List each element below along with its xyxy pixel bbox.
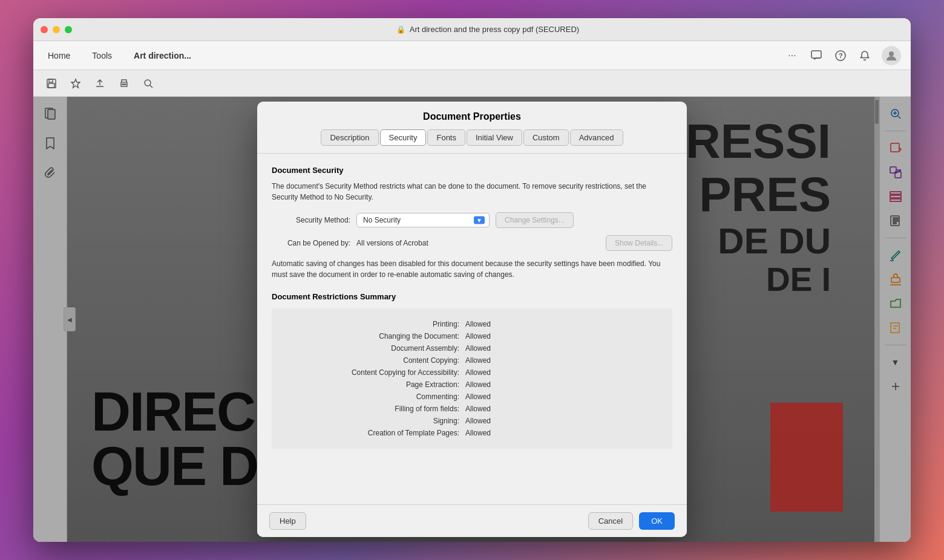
- ok-button[interactable]: OK: [639, 512, 675, 530]
- comment-icon[interactable]: [809, 48, 824, 63]
- security-method-label: Security Method:: [272, 216, 350, 224]
- modal-title: Document Properties: [257, 102, 687, 129]
- toolbar-icons-right: ··· ?: [785, 46, 901, 65]
- restriction-printing: Printing: Allowed: [284, 318, 660, 330]
- tab-fonts[interactable]: Fonts: [427, 129, 465, 146]
- svg-point-10: [145, 80, 151, 86]
- modal-tabs: Description Security Fonts Initial View …: [257, 129, 687, 154]
- save-icon[interactable]: [43, 75, 60, 92]
- restriction-template-pages: Creation of Template Pages: Allowed: [284, 427, 660, 439]
- restriction-accessibility: Content Copying for Accessibility: Allow…: [284, 366, 660, 379]
- restriction-form-fields: Filling of form fields: Allowed: [284, 403, 660, 415]
- security-section-desc: The document's Security Method restricts…: [272, 181, 672, 203]
- user-avatar[interactable]: [882, 46, 901, 65]
- star-icon[interactable]: [67, 75, 84, 92]
- restriction-changing: Changing the Document: Allowed: [284, 330, 660, 342]
- can-be-opened-value: All versions of Acrobat: [356, 239, 428, 247]
- svg-rect-5: [49, 79, 53, 82]
- print-icon[interactable]: [116, 75, 133, 92]
- restrictions-section: Document Restrictions Summary Printing: …: [272, 292, 672, 449]
- security-method-row: Security Method: No Security Change Sett…: [272, 212, 672, 228]
- upload-icon[interactable]: [91, 75, 108, 92]
- security-method-select-wrapper: No Security Change Settings...: [356, 212, 574, 228]
- search-icon[interactable]: [140, 75, 157, 92]
- tab-initial-view[interactable]: Initial View: [467, 129, 522, 146]
- app-toolbar: Home Tools Art direction... ··· ?: [33, 41, 911, 70]
- nav-home[interactable]: Home: [43, 48, 75, 63]
- svg-text:?: ?: [839, 52, 843, 59]
- app-window: 🔒 Art direction and the press copy pdf (…: [33, 18, 911, 542]
- security-section-title: Document Security: [272, 166, 672, 175]
- app-nav: Home Tools Art direction...: [43, 48, 196, 63]
- title-bar: 🔒 Art direction and the press copy pdf (…: [33, 18, 911, 41]
- svg-rect-0: [811, 51, 821, 58]
- security-method-select-container: No Security: [356, 213, 490, 227]
- close-button[interactable]: [41, 26, 48, 33]
- tab-description[interactable]: Description: [321, 129, 378, 146]
- tab-custom[interactable]: Custom: [523, 129, 569, 146]
- modal-body: Document Security The document's Securit…: [257, 154, 687, 504]
- minimize-button[interactable]: [53, 26, 60, 33]
- modal-footer: Help Cancel OK: [257, 504, 687, 537]
- svg-marker-7: [71, 79, 80, 88]
- tab-security[interactable]: Security: [380, 129, 427, 146]
- restriction-content-copying: Content Copying: Allowed: [284, 354, 660, 366]
- document-properties-modal: Document Properties Description Security…: [257, 102, 687, 537]
- svg-rect-9: [122, 84, 126, 85]
- restrictions-table: Printing: Allowed Changing the Document:…: [272, 308, 672, 449]
- can-be-opened-row: Can be Opened by: All versions of Acroba…: [272, 235, 672, 251]
- maximize-button[interactable]: [65, 26, 72, 33]
- restriction-page-extraction: Page Extraction: Allowed: [284, 379, 660, 391]
- security-method-select[interactable]: No Security: [356, 213, 490, 227]
- change-settings-button[interactable]: Change Settings...: [496, 212, 574, 228]
- svg-point-3: [889, 51, 894, 56]
- modal-overlay: Document Properties Description Security…: [33, 97, 911, 542]
- help-button[interactable]: Help: [269, 512, 306, 530]
- tab-advanced[interactable]: Advanced: [570, 129, 623, 146]
- svg-rect-6: [48, 83, 54, 88]
- restriction-commenting: Commenting: Allowed: [284, 391, 660, 403]
- help-icon[interactable]: ?: [833, 48, 848, 63]
- security-warning-text: Automatic saving of changes has been dis…: [272, 258, 672, 280]
- can-be-opened-label: Can be Opened by:: [272, 239, 350, 247]
- restriction-signing: Signing: Allowed: [284, 415, 660, 427]
- nav-document[interactable]: Art direction...: [129, 48, 196, 63]
- main-layout: ◀ DIREC QUE D RESSI PRES DE DU DE I: [33, 97, 911, 542]
- footer-right-buttons: Cancel OK: [588, 512, 675, 530]
- restriction-assembly: Document Assembly: Allowed: [284, 342, 660, 354]
- restrictions-title: Document Restrictions Summary: [272, 292, 672, 301]
- nav-tools[interactable]: Tools: [87, 48, 117, 63]
- notification-icon[interactable]: [857, 48, 872, 63]
- more-options-icon[interactable]: ···: [785, 48, 799, 63]
- cancel-button[interactable]: Cancel: [588, 512, 633, 530]
- traffic-lights: [41, 26, 72, 33]
- window-title: 🔒 Art direction and the press copy pdf (…: [72, 25, 903, 34]
- show-details-button[interactable]: Show Details...: [606, 235, 672, 251]
- action-bar: [33, 70, 911, 97]
